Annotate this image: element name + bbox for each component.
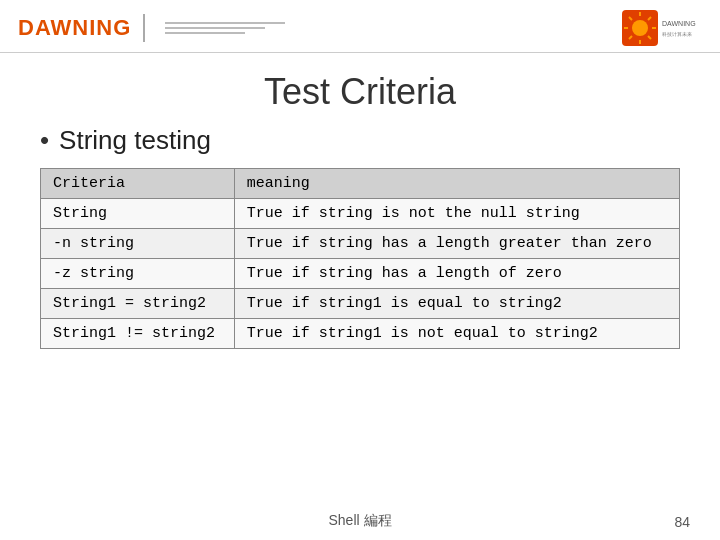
- col-header-criteria: Criteria: [41, 169, 235, 199]
- section-heading-text: String testing: [59, 125, 211, 156]
- page-title: Test Criteria: [0, 71, 720, 113]
- section-heading: • String testing: [40, 125, 680, 156]
- svg-text:科技计算未来: 科技计算未来: [662, 31, 692, 37]
- criteria-table: Criteria meaning StringTrue if string is…: [40, 168, 680, 349]
- cell-meaning: True if string has a length greater than…: [234, 229, 679, 259]
- logo-text: DAWNING: [18, 15, 131, 41]
- criteria-table-wrapper: Criteria meaning StringTrue if string is…: [40, 168, 680, 349]
- svg-point-1: [632, 20, 648, 36]
- table-row: String1 = string2True if string1 is equa…: [41, 289, 680, 319]
- footer: Shell 編程: [0, 512, 720, 530]
- bullet-icon: •: [40, 125, 49, 156]
- cell-meaning: True if string1 is not equal to string2: [234, 319, 679, 349]
- cell-criteria: String: [41, 199, 235, 229]
- cell-criteria: String1 != string2: [41, 319, 235, 349]
- header-line-3: [165, 32, 245, 34]
- table-row: -n stringTrue if string has a length gre…: [41, 229, 680, 259]
- header-left: DAWNING: [18, 14, 285, 42]
- logo-divider: [143, 14, 145, 42]
- header: DAWNING DAWNING 科技计算未来: [0, 0, 720, 53]
- table-row: -z stringTrue if string has a length of …: [41, 259, 680, 289]
- cell-criteria: String1 = string2: [41, 289, 235, 319]
- header-line-2: [165, 27, 265, 29]
- cell-meaning: True if string is not the null string: [234, 199, 679, 229]
- cell-criteria: -z string: [41, 259, 235, 289]
- footer-page-number: 84: [674, 514, 690, 530]
- svg-text:DAWNING: DAWNING: [662, 20, 696, 27]
- cell-meaning: True if string has a length of zero: [234, 259, 679, 289]
- table-row: String1 != string2True if string1 is not…: [41, 319, 680, 349]
- col-header-meaning: meaning: [234, 169, 679, 199]
- footer-label: Shell 編程: [328, 512, 391, 530]
- table-row: StringTrue if string is not the null str…: [41, 199, 680, 229]
- cell-criteria: -n string: [41, 229, 235, 259]
- header-decorative-lines: [165, 22, 285, 34]
- header-line-1: [165, 22, 285, 24]
- logo-right-badge: DAWNING 科技计算未来: [622, 8, 702, 48]
- cell-meaning: True if string1 is equal to string2: [234, 289, 679, 319]
- table-header-row: Criteria meaning: [41, 169, 680, 199]
